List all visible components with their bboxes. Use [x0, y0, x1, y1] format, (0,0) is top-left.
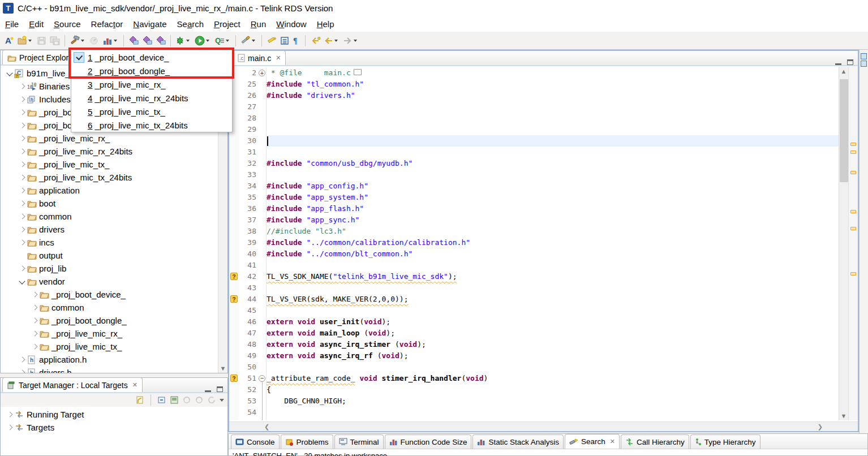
- menu-help[interactable]: Help: [312, 18, 340, 31]
- open-element-button[interactable]: [279, 34, 290, 48]
- chevron-right-icon[interactable]: [30, 316, 39, 325]
- code-size-analysis-button[interactable]: [101, 34, 120, 48]
- minimize-icon[interactable]: [205, 390, 211, 392]
- tree-item--proj-live-mic-rx-[interactable]: _proj_live_mic_rx_: [1, 132, 218, 145]
- tree-item-output[interactable]: output: [1, 249, 218, 262]
- dropdown-arrow-icon[interactable]: [114, 40, 117, 42]
- chevron-right-icon[interactable]: [18, 121, 27, 130]
- maximize-icon[interactable]: [847, 59, 853, 65]
- close-icon[interactable]: ✕: [610, 438, 615, 445]
- chevron-right-icon[interactable]: [18, 264, 27, 273]
- new-file-wizard-button[interactable]: A: [3, 34, 15, 48]
- code-line-43[interactable]: [267, 282, 839, 294]
- menu-search[interactable]: Search: [172, 18, 209, 31]
- chevron-right-icon[interactable]: [18, 199, 27, 208]
- sync-target-icon[interactable]: [182, 395, 191, 405]
- bottom-tab-problems[interactable]: Problems: [281, 435, 333, 449]
- tree-item-proj-lib[interactable]: proj_lib: [1, 262, 218, 275]
- chevron-right-icon[interactable]: [18, 82, 27, 91]
- tree-item--proj-live-mic-rx-[interactable]: _proj_live_mic_rx_: [1, 327, 218, 340]
- overview-marker[interactable]: [850, 272, 856, 276]
- tree-item-application-h[interactable]: happlication.h: [1, 353, 218, 366]
- chevron-right-icon[interactable]: [18, 368, 27, 373]
- close-icon[interactable]: ✕: [276, 54, 281, 62]
- code-line-29[interactable]: [267, 124, 839, 135]
- editor-horizontal-scrollbar[interactable]: ❮ ❯: [229, 421, 858, 431]
- last-edit-location-button[interactable]: [309, 34, 321, 48]
- bottom-tab-call-hierarchy[interactable]: Call Hierarchy: [621, 435, 689, 449]
- dropdown-arrow-icon[interactable]: [81, 40, 84, 42]
- tree-item-common[interactable]: common: [1, 210, 218, 223]
- menu-run[interactable]: Run: [246, 18, 272, 31]
- save-button[interactable]: [36, 34, 48, 48]
- dropdown-arrow-icon[interactable]: [354, 40, 357, 42]
- code-line-28[interactable]: [267, 113, 839, 124]
- code-line-55[interactable]: stimer_irq_process ();: [267, 418, 839, 420]
- show-whitespace-button[interactable]: ¶: [291, 34, 302, 48]
- cpp-tools-button[interactable]: [239, 34, 258, 48]
- code-line-42[interactable]: TL_VS_SDK_NAME("telink_b91m_live_mic_sdk…: [267, 271, 839, 282]
- chevron-right-icon[interactable]: [18, 95, 27, 104]
- back-button[interactable]: [323, 34, 341, 48]
- code-line-34[interactable]: #include "app_config.h": [267, 180, 839, 192]
- code-line-48[interactable]: extern void async_irq_stimer (void);: [267, 339, 839, 350]
- debug-config-dongle-button[interactable]: [141, 34, 153, 48]
- menu-item--proj-live-mic-tx-24bits[interactable]: 6 _proj_live_mic_tx_24bits: [71, 118, 232, 132]
- tm-item-running-target[interactable]: Running Target: [1, 408, 227, 421]
- dropdown-arrow-icon[interactable]: [186, 40, 190, 42]
- chevron-right-icon[interactable]: [18, 134, 27, 143]
- editor-tab-main-c[interactable]: .c main.c ✕: [233, 50, 286, 65]
- new-cpp-wizard-button[interactable]: [16, 34, 35, 48]
- sync-all-icon[interactable]: [195, 395, 204, 405]
- collapse-all-icon[interactable]: [157, 395, 166, 405]
- code-line-2[interactable]: * @file main.c: [267, 67, 839, 79]
- debug-config-other-button[interactable]: [154, 34, 167, 48]
- overview-marker[interactable]: [850, 150, 856, 154]
- dropdown-arrow-icon[interactable]: [226, 40, 229, 42]
- tree-item-drivers[interactable]: drivers: [1, 223, 218, 236]
- menu-source[interactable]: Source: [49, 18, 86, 31]
- chevron-right-icon[interactable]: [30, 342, 39, 351]
- code-line-54[interactable]: [267, 407, 839, 418]
- code-line-32[interactable]: #include "common/usb_dbg/myudb.h": [267, 158, 839, 169]
- dropdown-arrow-icon[interactable]: [334, 40, 338, 42]
- view-menu-icon[interactable]: [220, 399, 224, 402]
- menu-file[interactable]: File: [0, 18, 24, 31]
- overview-marker[interactable]: [850, 143, 856, 146]
- tree-item-application[interactable]: application: [1, 184, 218, 197]
- fold-collapsed-icon[interactable]: +: [259, 70, 265, 76]
- editor-vertical-scrollbar[interactable]: ▲ ▼: [839, 67, 848, 420]
- tree-item-vendor[interactable]: vendor: [1, 275, 218, 288]
- menu-edit[interactable]: Edit: [24, 18, 49, 31]
- tree-item-boot[interactable]: boot: [1, 197, 218, 210]
- code-line-49[interactable]: extern void async_irq_rf (void);: [267, 350, 839, 362]
- dropdown-arrow-icon[interactable]: [206, 40, 209, 42]
- forward-button[interactable]: [342, 34, 360, 48]
- fold-expanded-icon[interactable]: −: [259, 375, 265, 382]
- mark-occurrences-button[interactable]: [265, 34, 278, 48]
- code-line-26[interactable]: #include "drivers.h": [267, 90, 839, 101]
- code-line-31[interactable]: [267, 147, 839, 158]
- chevron-right-icon[interactable]: [18, 212, 27, 221]
- chevron-right-icon[interactable]: [18, 173, 27, 182]
- menu-navigate[interactable]: Navigate: [128, 18, 171, 31]
- code-line-52[interactable]: {: [267, 384, 839, 395]
- restore-view-icon[interactable]: [861, 53, 867, 59]
- chevron-right-icon[interactable]: [18, 225, 27, 234]
- flash-download-button[interactable]: [88, 34, 100, 48]
- build-button[interactable]: [68, 34, 87, 48]
- code-line-38[interactable]: //#include "lc3.h": [267, 226, 839, 237]
- chevron-right-icon[interactable]: [30, 303, 39, 312]
- code-line-50[interactable]: [267, 362, 839, 373]
- tree-item-drivers-h[interactable]: hdrivers.h: [1, 366, 218, 373]
- tree-item-common[interactable]: common: [1, 301, 218, 314]
- tree-item--proj-live-mic-tx-[interactable]: _proj_live_mic_tx_: [1, 158, 218, 171]
- bottom-tab-search[interactable]: Search✕: [565, 434, 620, 449]
- link-editor-icon[interactable]: [170, 395, 179, 405]
- code-line-46[interactable]: extern void user_init(void);: [267, 316, 839, 328]
- bottom-tab-type-hierarchy[interactable]: Type Hierarchy: [690, 435, 760, 449]
- code-line-41[interactable]: [267, 260, 839, 271]
- code-line-47[interactable]: extern void main_loop (void);: [267, 328, 839, 339]
- chevron-right-icon[interactable]: [18, 238, 27, 247]
- bottom-tab-console[interactable]: Console: [231, 435, 280, 449]
